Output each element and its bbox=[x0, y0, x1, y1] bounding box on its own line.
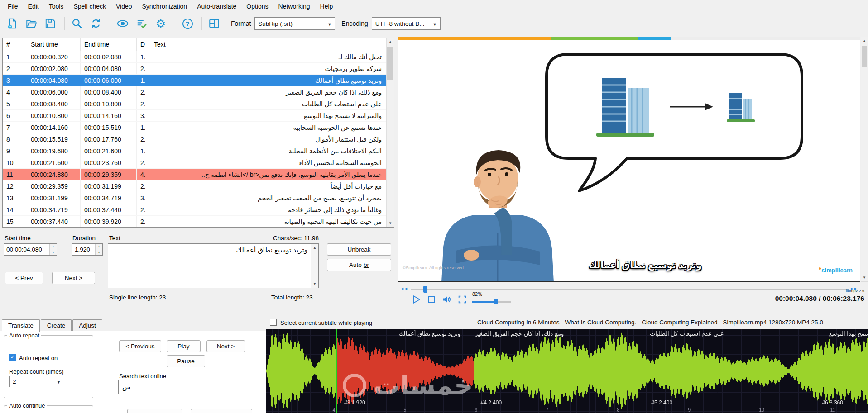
header-start-time[interactable]: Start time bbox=[27, 38, 81, 51]
layout-button[interactable] bbox=[206, 15, 223, 32]
scroll-up-icon[interactable] bbox=[861, 37, 868, 45]
table-row[interactable]: 1500:00:37.44000:00:39.9202.من حيث تكالي… bbox=[3, 216, 386, 227]
video-scrollbar[interactable] bbox=[861, 37, 868, 282]
open-file-button[interactable] bbox=[23, 15, 40, 32]
scroll-up-icon[interactable] bbox=[311, 244, 318, 252]
cell-duration: 2. bbox=[137, 180, 150, 192]
total-length-label: Total length: 23 bbox=[271, 294, 313, 301]
header-end-time[interactable]: End time bbox=[81, 38, 137, 51]
table-row[interactable]: 500:00:08.40000:00:10.8002.على عدم استيع… bbox=[3, 98, 386, 110]
stop-button[interactable] bbox=[427, 294, 436, 306]
table-row[interactable]: 1100:00:24.88000:00:29.3594.عندما يتعلق … bbox=[3, 169, 386, 180]
volume-slider[interactable] bbox=[472, 301, 511, 303]
seek-thumb[interactable] bbox=[423, 286, 427, 293]
table-row[interactable]: 100:00:00.32000:00:02.0801.تخيل أنك مالك… bbox=[3, 51, 386, 63]
find-button[interactable] bbox=[68, 15, 86, 32]
cell-end-time: 00:00:14.160 bbox=[81, 110, 137, 121]
prev-subtitle-button[interactable]: < Prev bbox=[5, 272, 43, 284]
next-subtitle-button[interactable]: Next > bbox=[52, 272, 95, 284]
search-text-input[interactable] bbox=[118, 380, 252, 394]
repeat-count-select[interactable]: 2 bbox=[9, 376, 64, 387]
menu-item-file[interactable]: File bbox=[3, 0, 23, 12]
auto-repeat-checkbox[interactable] bbox=[9, 354, 16, 361]
previous-button[interactable]: < Previous bbox=[119, 340, 161, 352]
cell-start-time: 00:00:00.320 bbox=[27, 51, 81, 62]
seek-back-icon[interactable] bbox=[400, 286, 408, 291]
waveform-panel[interactable]: خمسات #3 1.920وتريد توسيع نطاق أعمالك#4 … bbox=[266, 329, 868, 413]
google-translate-button[interactable]: Google translate bbox=[191, 409, 252, 413]
subtitle-text-editor[interactable]: وتريد توسيع نطاق أعمالك bbox=[108, 244, 311, 288]
spin-down-icon[interactable] bbox=[50, 250, 57, 256]
scrollbar-thumb[interactable] bbox=[862, 46, 867, 67]
cell-start-time: 00:00:24.880 bbox=[27, 169, 81, 180]
format-select[interactable]: SubRip (.srt) bbox=[254, 17, 335, 30]
table-row[interactable]: 300:00:04.08000:00:06.0001.وتريد توسيع ن… bbox=[3, 75, 386, 86]
menu-item-edit[interactable]: Edit bbox=[23, 0, 44, 12]
menu-item-auto-translate[interactable]: Auto-translate bbox=[192, 0, 241, 12]
spin-up-icon[interactable] bbox=[50, 244, 57, 250]
menu-item-tools[interactable]: Tools bbox=[44, 0, 69, 12]
encoding-select[interactable]: UTF-8 without B... bbox=[372, 17, 441, 30]
new-file-button[interactable] bbox=[4, 15, 21, 32]
menu-item-options[interactable]: Options bbox=[241, 0, 273, 12]
volume-thumb[interactable] bbox=[494, 299, 498, 304]
subtitle-list: # Start time End time D Text 100:00:00.3… bbox=[2, 38, 394, 228]
mute-button[interactable] bbox=[442, 294, 452, 306]
menu-item-video[interactable]: Video bbox=[111, 0, 137, 12]
select-current-subtitle-checkbox[interactable] bbox=[270, 319, 277, 326]
menu-item-networking[interactable]: Networking bbox=[273, 0, 315, 12]
scroll-down-icon[interactable] bbox=[861, 274, 868, 281]
auto-br-mnemonic: br bbox=[364, 261, 369, 268]
replace-button[interactable] bbox=[87, 15, 105, 32]
spin-down-icon[interactable] bbox=[96, 250, 102, 256]
table-row[interactable]: 400:00:06.00000:00:08.4002.ومع ذلك، اذا … bbox=[3, 86, 386, 98]
scroll-down-icon[interactable] bbox=[387, 219, 394, 227]
table-row[interactable]: 1400:00:34.71900:00:37.4402.وغالباً ما ي… bbox=[3, 204, 386, 216]
menu-item-spell-check[interactable]: Spell check bbox=[68, 0, 111, 12]
google-it-button[interactable]: Google it bbox=[127, 409, 182, 413]
cell-index: 15 bbox=[3, 216, 27, 227]
menu-item-help[interactable]: Help bbox=[315, 0, 338, 12]
tab-create[interactable]: Create bbox=[41, 319, 72, 331]
scroll-down-icon[interactable] bbox=[311, 280, 318, 288]
table-row[interactable]: 200:00:02.08000:00:04.0802.شركة تطوير بر… bbox=[3, 63, 386, 75]
spinner-arrows[interactable] bbox=[95, 244, 102, 255]
table-row[interactable]: 900:00:19.68000:00:21.6001.اليكم الاختلا… bbox=[3, 145, 386, 157]
cell-duration: 2. bbox=[137, 63, 150, 74]
auto-br-button[interactable]: Auto br bbox=[327, 259, 391, 271]
video-player[interactable]: وتريد توسيع نطاق أعمالك ©Simplilearn. Al… bbox=[398, 37, 860, 282]
scroll-up-icon[interactable] bbox=[387, 38, 394, 46]
table-row[interactable]: 1000:00:21.60000:00:23.7602.الحوسبة السح… bbox=[3, 157, 386, 169]
table-row[interactable]: 800:00:15.51900:00:17.7602.ولكن قبل استث… bbox=[3, 133, 386, 145]
scrollbar-thumb[interactable] bbox=[387, 47, 393, 80]
spin-up-icon[interactable] bbox=[96, 244, 102, 250]
table-row[interactable]: 600:00:10.80000:00:14.1603.والميزانية لا… bbox=[3, 110, 386, 122]
fullscreen-button[interactable] bbox=[457, 294, 467, 306]
tab-translate[interactable]: Translate bbox=[2, 319, 40, 332]
list-scrollbar[interactable] bbox=[386, 38, 394, 227]
seek-bar[interactable] bbox=[411, 289, 848, 290]
play-button[interactable] bbox=[411, 294, 421, 306]
textarea-scrollbar[interactable] bbox=[311, 244, 318, 288]
menu-item-synchronization[interactable]: Synchronization bbox=[137, 0, 192, 12]
header-text[interactable]: Text bbox=[150, 38, 386, 51]
header-index[interactable]: # bbox=[3, 38, 27, 51]
visual-sync-button[interactable] bbox=[114, 15, 131, 32]
save-button[interactable] bbox=[42, 15, 59, 32]
tab-adjust[interactable]: Adjust bbox=[72, 319, 102, 331]
pause-button[interactable]: Pause bbox=[167, 355, 205, 367]
next-button[interactable]: Next > bbox=[206, 340, 245, 352]
duration-spinner[interactable]: 1.920 bbox=[72, 243, 103, 256]
play-subtitle-button[interactable]: Play bbox=[167, 340, 201, 352]
help-button[interactable] bbox=[179, 15, 196, 32]
waveform-header: Select current subtitle while playing Cl… bbox=[266, 315, 868, 329]
header-duration[interactable]: D bbox=[137, 38, 150, 51]
unbreak-button[interactable]: Unbreak bbox=[327, 243, 391, 256]
table-row[interactable]: 1300:00:31.19900:00:34.7193.بمجرد أن تتو… bbox=[3, 192, 386, 204]
settings-button[interactable]: ⚙ bbox=[152, 15, 169, 32]
start-time-spinner[interactable]: 00:00:04.080 bbox=[4, 243, 57, 256]
spinner-arrows[interactable] bbox=[49, 244, 57, 255]
table-row[interactable]: 700:00:14.16000:00:15.5191.عندها تسمع عن… bbox=[3, 122, 386, 133]
table-row[interactable]: 1200:00:29.35900:00:31.1992.مع خيارات أق… bbox=[3, 180, 386, 192]
spell-check-button[interactable] bbox=[133, 15, 150, 32]
